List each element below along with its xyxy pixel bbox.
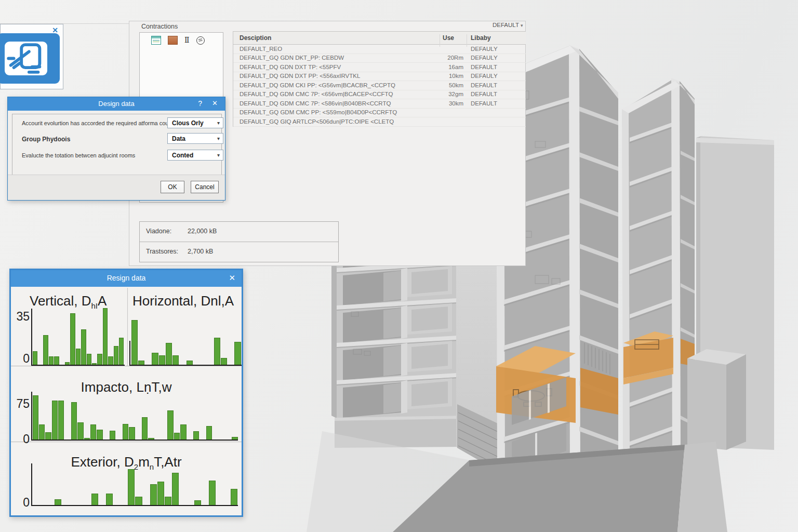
chevron-down-icon: ▾ bbox=[521, 23, 523, 28]
table-cell: 20Rm bbox=[440, 55, 463, 61]
table-cell: DEFAULY bbox=[471, 55, 498, 61]
table-cell: DEFAULY bbox=[471, 46, 498, 52]
ytick-0: 0 bbox=[12, 432, 30, 446]
tool-window: ✕ bbox=[0, 24, 63, 89]
roman-numeral-icon[interactable]: Ⅱ bbox=[184, 36, 190, 44]
table-cell: DEFAULT bbox=[471, 82, 497, 88]
summary-box: Viadone: 22,000 kB Trastsores: 2,700 kB bbox=[139, 221, 339, 262]
table-body: DEFAULT_REODEFAULYDEFAULT_GQ GDN DKT_PP:… bbox=[233, 45, 526, 127]
x-axis bbox=[31, 505, 238, 506]
listbox-toolbar: Ⅱ bbox=[151, 36, 205, 45]
definitions-table: Desciption Use Libaby DEFAULT_REODEFAULY… bbox=[233, 31, 526, 127]
table-cell: DEFAULT bbox=[471, 64, 497, 70]
default-dropdown-value: DEFAULT bbox=[493, 22, 519, 28]
table-row[interactable]: DEFAULT_REODEFAULY bbox=[233, 45, 526, 54]
impacto-chart bbox=[32, 390, 238, 440]
table-row[interactable]: DEFAULT_DQ GDN DXT PP: <556axIRVTKL10kmD… bbox=[233, 72, 526, 82]
dialog-buttonbar: OK Cancel bbox=[8, 175, 225, 200]
ytick-0: 0 bbox=[12, 352, 30, 366]
window-titlebar[interactable]: Resign data ✕ bbox=[11, 270, 242, 287]
window-title: Resign data bbox=[11, 274, 242, 282]
table-row[interactable]: DEFAULT_GQ GIQ ARTLCP<506dun|PTC:OIPE <C… bbox=[233, 117, 526, 127]
dialog-titlebar[interactable]: Design data ? ✕ bbox=[8, 97, 225, 111]
default-dropdown[interactable]: DEFAULT▾ bbox=[493, 22, 523, 28]
ok-button[interactable]: OK bbox=[161, 181, 184, 193]
summary-row: Viadone: 22,000 kB bbox=[140, 222, 338, 242]
section-divider bbox=[11, 366, 242, 366]
panel-title: Contractions bbox=[141, 23, 178, 30]
table-cell: DEFAULT bbox=[471, 100, 497, 107]
table-row[interactable]: DEFAULT_GQ GDN DKT_PP: CEBDW20RmDEFAULY bbox=[233, 54, 526, 63]
app-tile-button[interactable] bbox=[0, 33, 60, 84]
dialog-title: Design data bbox=[8, 100, 225, 108]
help-icon[interactable]: ? bbox=[198, 99, 202, 108]
column-header-desciption[interactable]: Desciption bbox=[240, 34, 271, 42]
document-pen-icon bbox=[5, 42, 47, 75]
chevron-down-icon: ▾ bbox=[217, 120, 220, 126]
table-cell: DEFAULT_DQ GDM CMC 7P: <586vin|B040BR<CC… bbox=[240, 100, 391, 107]
option-label: Group Phydoois bbox=[22, 136, 70, 143]
swatch-icon[interactable] bbox=[168, 36, 178, 45]
cancel-button[interactable]: Cancel bbox=[191, 181, 219, 193]
table-cell: 50km bbox=[440, 82, 463, 88]
vertical-chart bbox=[32, 304, 124, 365]
section-divider bbox=[11, 442, 242, 442]
column-header-use[interactable]: Use bbox=[443, 34, 454, 42]
close-icon[interactable]: ✕ bbox=[229, 273, 235, 283]
table-cell: DEFAULT_GQ GIQ ARTLCP<506dun|PTC:OIPE <C… bbox=[240, 118, 394, 125]
table-cell: DEFAULT_DQ GDN DXT PP: <556axIRVTKL bbox=[240, 73, 360, 79]
stamp-icon[interactable] bbox=[196, 36, 205, 45]
summary-label: Trastsores: bbox=[146, 248, 178, 255]
chevron-down-icon: ▾ bbox=[217, 152, 220, 158]
table-row[interactable]: DEFAULT_GQ GDM CMC PP: <S59mo|B04D0P<CCR… bbox=[233, 109, 526, 118]
summary-label: Viadone: bbox=[146, 228, 171, 235]
conted-select[interactable]: Conted ▾ bbox=[167, 150, 223, 161]
x-axis bbox=[31, 365, 125, 366]
table-cell: DEFAULT bbox=[471, 91, 497, 97]
summary-row: Trastsores: 2,700 kB bbox=[140, 242, 338, 262]
document-card bbox=[5, 42, 47, 75]
option-label: Accourit evolurtion has accorded the req… bbox=[22, 120, 177, 126]
select-value: Conted bbox=[172, 152, 193, 159]
table-header[interactable]: Desciption Use Libaby bbox=[233, 31, 526, 45]
table-cell: 30km bbox=[440, 100, 463, 107]
y-axis bbox=[129, 341, 130, 365]
select-value: Clous Orly bbox=[172, 119, 204, 127]
chart-divider bbox=[127, 288, 128, 366]
option-label: Evalucte the totation betwcen adjucint r… bbox=[22, 152, 135, 158]
chevron-down-icon: ▾ bbox=[217, 136, 220, 141]
table-cell: DEFAULT_DQ GDM CKI PP: <G56vm|BCACBR_<CC… bbox=[240, 82, 395, 88]
table-cell: 10km bbox=[440, 73, 463, 79]
dialog-groupbox: Accourit evolurtion has accorded the req… bbox=[12, 114, 222, 177]
table-cell: 32gm bbox=[440, 91, 463, 97]
table-cell: DEFAULY bbox=[471, 73, 498, 79]
table-cell: DEFAULT_REO bbox=[240, 46, 282, 52]
design-data-dialog: Design data ? ✕ Accourit evolurtion has … bbox=[7, 97, 225, 201]
summary-value: 2,700 kB bbox=[188, 248, 213, 255]
table-cell: 16am bbox=[440, 64, 463, 70]
exterior-chart bbox=[32, 463, 238, 505]
app-screen: Contractions DEFAULT▾ Ⅱ Desciption Use L… bbox=[0, 0, 798, 532]
table-cell: DEFAULT_GQ GDN DKT_PP: CEBDW bbox=[240, 55, 344, 61]
data-select[interactable]: Data ▾ bbox=[167, 133, 223, 144]
x-axis bbox=[31, 440, 238, 441]
ytick-0: 0 bbox=[12, 496, 30, 510]
ytick-75: 75 bbox=[12, 397, 30, 411]
table-cell: DEFAULT_DQ GDM CMC 7P: <656vm|BCACEP<CCF… bbox=[240, 91, 393, 97]
close-icon[interactable]: ✕ bbox=[212, 99, 218, 107]
column-header-libaby[interactable]: Libaby bbox=[471, 34, 491, 42]
x-axis bbox=[129, 365, 242, 366]
clous-orly-select[interactable]: Clous Orly ▾ bbox=[167, 117, 223, 128]
table-cell: DEFAULT_GQ GDM CMC PP: <S59mo|B04D0P<CCR… bbox=[240, 109, 397, 115]
table-row[interactable]: DEFAULT_DQ GDN DXT TP: <55PFV16amDEFAULT bbox=[233, 63, 526, 72]
table-row[interactable]: DEFAULT_DQ GDM CKI PP: <G56vm|BCACBR_<CC… bbox=[233, 81, 526, 90]
summary-value: 22,000 kB bbox=[188, 228, 217, 235]
resign-data-window: Resign data ✕ Vertical, DhIA 35 0 Horizo… bbox=[9, 269, 243, 517]
ytick-35: 35 bbox=[12, 310, 30, 324]
table-row[interactable]: DEFAULT_DQ GDM CMC 7P: <586vin|B040BR<CC… bbox=[233, 99, 526, 109]
spreadsheet-icon[interactable] bbox=[151, 36, 161, 45]
horizontal-chart bbox=[131, 304, 241, 365]
table-cell: DEFAULT_DQ GDN DXT TP: <55PFV bbox=[240, 64, 341, 70]
select-value: Data bbox=[172, 135, 185, 142]
table-row[interactable]: DEFAULT_DQ GDM CMC 7P: <656vm|BCACEP<CCF… bbox=[233, 90, 526, 100]
